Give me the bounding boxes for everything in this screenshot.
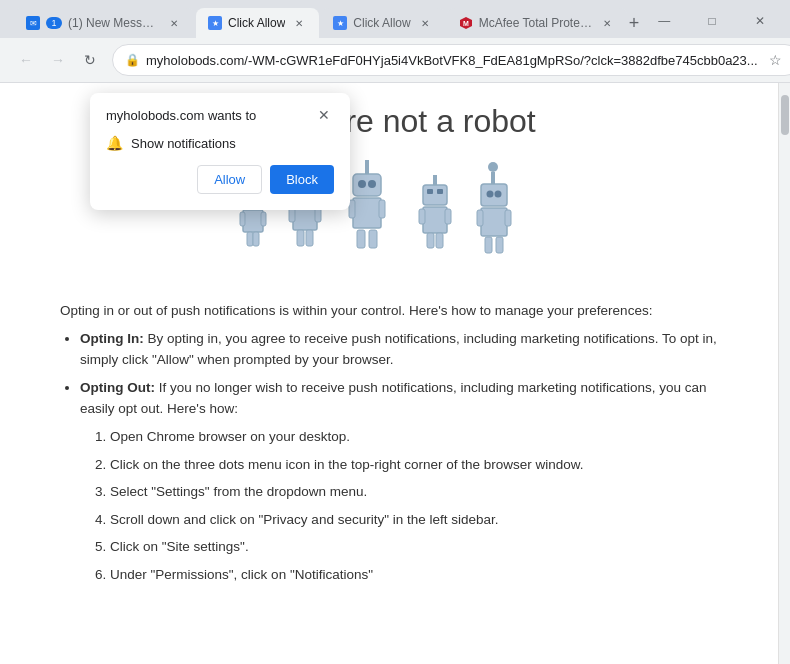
tab-click-allow-2[interactable]: ★ Click Allow ✕: [321, 8, 444, 38]
svg-point-44: [487, 191, 494, 198]
svg-rect-50: [496, 237, 503, 253]
tab3-title: Click Allow: [353, 16, 410, 30]
tab4-favicon: M: [459, 16, 473, 30]
svg-rect-8: [261, 212, 266, 226]
scrollbar[interactable]: [778, 83, 790, 664]
svg-rect-41: [491, 172, 495, 184]
tab1-close[interactable]: ✕: [166, 15, 182, 31]
block-button[interactable]: Block: [270, 165, 334, 194]
minimize-button[interactable]: —: [641, 6, 687, 36]
svg-rect-32: [433, 175, 437, 185]
svg-point-45: [495, 191, 502, 198]
popup-close-button[interactable]: ✕: [314, 105, 334, 125]
svg-rect-48: [505, 210, 511, 226]
opting-list: Opting In: By opting in, you agree to re…: [80, 328, 718, 586]
opting-in-title: Opting In:: [80, 331, 144, 346]
tab3-close[interactable]: ✕: [417, 15, 433, 31]
secure-icon: 🔒: [125, 53, 140, 67]
opting-out-text: If you no longer wish to receive push no…: [80, 380, 707, 417]
tab2-favicon: ★: [208, 16, 222, 30]
svg-rect-38: [445, 209, 451, 224]
svg-rect-40: [436, 233, 443, 248]
browser-chrome: ✉ 1 (1) New Message! ✕ ★ Click Allow ✕ ★…: [0, 0, 790, 83]
step-6: Under "Permissions", click on "Notificat…: [110, 564, 718, 586]
page-content: 🔍 🔑 ristrum if you are not a robot: [0, 83, 778, 664]
tab1-title: (1) New Message!: [68, 16, 160, 30]
maximize-button[interactable]: □: [689, 6, 735, 36]
page-text-main: Opting in or out of push notifications i…: [60, 300, 718, 586]
forward-button[interactable]: →: [44, 46, 72, 74]
tab4-close[interactable]: ✕: [599, 15, 615, 31]
reload-button[interactable]: ↻: [76, 46, 104, 74]
step-5: Click on "Site settings".: [110, 536, 718, 558]
svg-rect-29: [379, 200, 385, 218]
nav-buttons: ← → ↻: [12, 46, 104, 74]
tab4-title: McAfee Total Protec...: [479, 16, 593, 30]
tab-mcafee[interactable]: M McAfee Total Protec... ✕: [447, 8, 627, 38]
svg-rect-35: [437, 189, 443, 194]
svg-rect-21: [306, 230, 313, 246]
popup-header: myholobods.com wants to ✕: [106, 105, 334, 125]
step-2: Click on the three dots menu icon in the…: [110, 454, 718, 476]
tab1-badge: 1: [46, 17, 62, 29]
opting-out-item: Opting Out: If you no longer wish to rec…: [80, 377, 718, 586]
svg-rect-22: [365, 160, 369, 174]
svg-point-42: [488, 162, 498, 172]
svg-rect-49: [485, 237, 492, 253]
tab3-favicon: ★: [333, 16, 347, 30]
popup-title: myholobods.com wants to: [106, 108, 256, 123]
svg-rect-31: [369, 230, 377, 248]
step-1: Open Chrome browser on your desktop.: [110, 426, 718, 448]
svg-rect-36: [423, 207, 447, 233]
svg-rect-10: [253, 232, 259, 246]
back-button[interactable]: ←: [12, 46, 40, 74]
step-3: Select "Settings" from the dropdown menu…: [110, 481, 718, 503]
svg-rect-46: [481, 208, 507, 236]
browser-viewport: 🔍 🔑 ristrum if you are not a robot: [0, 83, 790, 664]
popup-buttons: Allow Block: [106, 165, 334, 194]
tab-click-allow-1[interactable]: ★ Click Allow ✕: [196, 8, 319, 38]
window-controls: — □ ✕: [641, 6, 783, 40]
svg-rect-43: [481, 184, 507, 206]
new-tab-button[interactable]: +: [629, 9, 640, 37]
svg-point-25: [358, 180, 366, 188]
svg-rect-6: [243, 210, 263, 232]
bookmark-icon[interactable]: ☆: [764, 48, 788, 72]
tab2-close[interactable]: ✕: [291, 15, 307, 31]
address-bar: ← → ↻ 🔒 myholobods.com/-WM-cGWR1eFdF0HYj…: [0, 38, 790, 82]
opting-in-text: By opting in, you agree to receive push …: [80, 331, 717, 368]
svg-rect-39: [427, 233, 434, 248]
bell-icon: 🔔: [106, 135, 123, 151]
url-text: myholobods.com/-WM-cGWR1eFdF0HYja5i4VkBo…: [146, 53, 758, 68]
svg-rect-34: [427, 189, 433, 194]
intro-paragraph: Opting in or out of push notifications i…: [60, 300, 718, 322]
svg-point-26: [368, 180, 376, 188]
svg-rect-9: [247, 232, 253, 246]
svg-rect-30: [357, 230, 365, 248]
notification-label: Show notifications: [131, 136, 236, 151]
permission-popup: myholobods.com wants to ✕ 🔔 Show notific…: [90, 93, 350, 210]
tab1-favicon: ✉: [26, 16, 40, 30]
opting-in-item: Opting In: By opting in, you agree to re…: [80, 328, 718, 371]
svg-rect-37: [419, 209, 425, 224]
svg-rect-33: [423, 185, 447, 205]
scrollbar-thumb[interactable]: [781, 95, 789, 135]
opting-out-title: Opting Out:: [80, 380, 155, 395]
allow-button[interactable]: Allow: [197, 165, 262, 194]
tab2-title: Click Allow: [228, 16, 285, 30]
svg-rect-7: [240, 212, 245, 226]
tab-new-message[interactable]: ✉ 1 (1) New Message! ✕: [14, 8, 194, 38]
svg-rect-24: [353, 174, 381, 196]
popup-notification-row: 🔔 Show notifications: [106, 135, 334, 151]
step-4: Scroll down and click on "Privacy and se…: [110, 509, 718, 531]
steps-list: Open Chrome browser on your desktop. Cli…: [110, 426, 718, 586]
svg-text:M: M: [463, 20, 469, 27]
svg-rect-20: [297, 230, 304, 246]
close-button[interactable]: ✕: [737, 6, 783, 36]
url-bar[interactable]: 🔒 myholobods.com/-WM-cGWR1eFdF0HYja5i4Vk…: [112, 44, 790, 76]
svg-rect-27: [353, 198, 381, 228]
tab-bar: ✉ 1 (1) New Message! ✕ ★ Click Allow ✕ ★…: [0, 0, 790, 38]
svg-rect-47: [477, 210, 483, 226]
